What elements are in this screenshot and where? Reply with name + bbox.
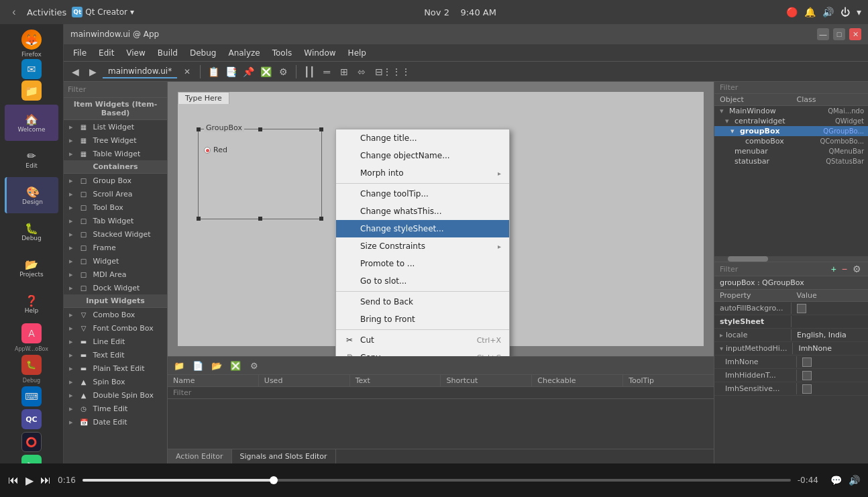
toolbar-btn-4[interactable]: ❎: [258, 64, 273, 79]
file-tab[interactable]: mainwindow.ui*: [103, 65, 177, 78]
prop-value-imhsensitive[interactable]: [797, 383, 868, 395]
widget-list-widget[interactable]: ▸ ▦ List Widget: [64, 120, 167, 133]
widget-dock-widget[interactable]: ▸ □ Dock Widget: [64, 281, 167, 294]
widget-frame[interactable]: ▸ □ Frame: [64, 241, 167, 254]
bottom-btn-2[interactable]: 📄: [191, 358, 205, 373]
tree-item-centralwidget[interactable]: ▾ centralwidget QWidget: [714, 116, 868, 126]
app-icon-vscode[interactable]: ⌨: [21, 386, 42, 406]
tree-item-groupbox[interactable]: ▾ groupBox QGroupBo...: [714, 126, 868, 136]
props-add-btn[interactable]: +: [830, 264, 838, 274]
widget-tree-widget[interactable]: ▸ ▦ Tree Widget: [64, 133, 167, 147]
bottom-btn-1[interactable]: 📁: [172, 358, 186, 373]
type-here-tab[interactable]: Type Here: [178, 92, 229, 104]
widget-line-edit[interactable]: ▸ ▬ Line Edit: [64, 335, 167, 348]
menu-build[interactable]: Build: [152, 47, 183, 59]
widget-time-edit[interactable]: ▸ ◷ Time Edit: [64, 402, 167, 415]
tray-icon-settings[interactable]: ▾: [857, 7, 861, 17]
app-icon-play[interactable]: ▶: [21, 455, 42, 463]
tree-item-statusbar[interactable]: statusbar QStatusBar: [714, 156, 868, 166]
widget-tab-widget[interactable]: ▸ □ Tab Widget: [64, 214, 167, 227]
bottom-filter[interactable]: Filter: [168, 387, 714, 399]
prop-name-inputmethod[interactable]: ▾ inputMethodHi...: [714, 343, 793, 354]
tree-item-combobox[interactable]: comboBox QComboBo...: [714, 136, 868, 146]
tray-icon-power[interactable]: ⏻: [840, 7, 850, 17]
tab-projects[interactable]: 📂 Projects: [5, 250, 58, 286]
toolbar-btn-1[interactable]: 📋: [206, 64, 221, 79]
ctx-copy[interactable]: ⎘ Copy Ctrl+C: [336, 349, 509, 356]
app-icon-mail[interactable]: ✉: [7, 59, 56, 79]
app-icon-qc[interactable]: QC: [21, 409, 42, 429]
prop-value-imhnone[interactable]: [797, 356, 868, 368]
widget-table-widget[interactable]: ▸ ▦ Table Widget: [64, 147, 167, 160]
widget-tool-box[interactable]: ▸ □ Tool Box: [64, 201, 167, 214]
app-minimize-btn[interactable]: —: [817, 28, 829, 40]
widget-text-edit[interactable]: ▸ ▬ Text Edit: [64, 348, 167, 362]
toolbar-btn-9[interactable]: ⬄: [354, 64, 369, 79]
widget-combo-box[interactable]: ▸ ▽ Combo Box: [64, 308, 167, 321]
nav-forward-btn[interactable]: ▶: [85, 64, 100, 79]
tab-edit[interactable]: ✏️ Edit: [5, 141, 58, 177]
toolbar-btn-2[interactable]: 📑: [223, 64, 238, 79]
ctx-send-to-back[interactable]: Send to Back: [336, 293, 509, 311]
app-icon-obs[interactable]: ⭕: [21, 432, 42, 452]
ctx-size-constraints[interactable]: Size Constraints ▸: [336, 237, 509, 255]
menu-view[interactable]: View: [121, 47, 150, 59]
ctx-bring-to-front[interactable]: Bring to Front: [336, 311, 509, 328]
media-progress-dot[interactable]: [270, 476, 278, 484]
app-icon-debug2[interactable]: 🐛: [21, 355, 42, 375]
widget-plain-text-edit[interactable]: ▸ ▬ Plain Text Edit: [64, 362, 167, 375]
toolbar-btn-6[interactable]: ┃┃: [302, 64, 317, 79]
tree-item-menubar[interactable]: menubar QMenuBar: [714, 146, 868, 156]
h-scrollbar[interactable]: [714, 256, 868, 262]
props-filter[interactable]: Filter: [720, 265, 827, 274]
prop-value-autofill[interactable]: [792, 302, 868, 315]
toolbar-btn-11[interactable]: ⋮⋮⋮: [389, 64, 404, 79]
prop-value-imhhidden[interactable]: [797, 370, 868, 382]
prop-checkbox-autofill[interactable]: [797, 304, 806, 313]
bottom-btn-5[interactable]: ⚙: [247, 358, 262, 373]
ctx-change-title[interactable]: Change title...: [336, 129, 509, 147]
ctx-cut[interactable]: ✂ Cut Ctrl+X: [336, 331, 509, 349]
ctx-morph-into[interactable]: Morph into ▸: [336, 164, 509, 182]
prop-checkbox-imhhidden[interactable]: [802, 371, 812, 380]
bottom-btn-4[interactable]: ❎: [228, 358, 243, 373]
menu-tools[interactable]: Tools: [267, 47, 298, 59]
radio-button-item[interactable]: Red: [199, 129, 321, 158]
toolbar-btn-7[interactable]: ═: [319, 64, 334, 79]
menu-debug[interactable]: Debug: [184, 47, 221, 59]
menu-help[interactable]: Help: [343, 47, 372, 59]
widget-stacked-widget[interactable]: ▸ □ Stacked Widget: [64, 227, 167, 241]
widget-spin-box[interactable]: ▸ ▲ Spin Box: [64, 375, 167, 388]
prop-expand-inputmethod[interactable]: ▾: [720, 345, 723, 352]
tab-help[interactable]: ❓ Help: [5, 286, 58, 322]
app-icon-appwrite[interactable]: A: [21, 323, 42, 343]
activities-label[interactable]: Activities: [27, 7, 66, 17]
widget-group-box[interactable]: ▸ □ Group Box: [64, 174, 167, 187]
toolbar-btn-3[interactable]: 📌: [241, 64, 256, 79]
back-button[interactable]: ‹: [7, 5, 21, 19]
prop-expand-locale[interactable]: ▸: [720, 331, 723, 339]
bottom-btn-3[interactable]: 📂: [209, 358, 224, 373]
app-icon-files[interactable]: 📁: [7, 80, 56, 101]
menu-edit[interactable]: Edit: [93, 47, 119, 59]
ctx-change-objectname[interactable]: Change objectName...: [336, 147, 509, 164]
menu-analyze[interactable]: Analyze: [223, 47, 265, 59]
tab-design[interactable]: 🎨 Design: [5, 177, 58, 213]
tab-signals-slots[interactable]: Signals and Slots Editor: [232, 449, 336, 463]
widget-double-spin-box[interactable]: ▸ ▲ Double Spin Box: [64, 388, 167, 402]
groupbox-widget[interactable]: GroupBox: [198, 129, 322, 219]
menu-file[interactable]: File: [68, 47, 92, 59]
ctx-change-whatsthis[interactable]: Change whatsThis...: [336, 203, 509, 220]
media-prev-btn[interactable]: ⏮: [8, 474, 19, 486]
toolbar-btn-8[interactable]: ⊞: [337, 64, 351, 79]
qt-creator-label[interactable]: Qt Qt Creator ▾: [72, 7, 134, 17]
ctx-change-tooltip[interactable]: Change toolTip...: [336, 185, 509, 203]
tab-action-editor[interactable]: Action Editor: [168, 449, 232, 463]
tab-welcome[interactable]: 🏠 Welcome: [5, 105, 58, 141]
ctx-change-stylesheet[interactable]: Change styleSheet...: [336, 220, 509, 237]
media-play-btn[interactable]: ▶: [25, 474, 34, 487]
props-config-btn[interactable]: ⚙: [851, 264, 863, 274]
ctx-go-to-slot[interactable]: Go to slot...: [336, 272, 509, 290]
tray-icon-volume[interactable]: 🔊: [822, 7, 834, 17]
object-filter[interactable]: Filter: [714, 82, 868, 94]
